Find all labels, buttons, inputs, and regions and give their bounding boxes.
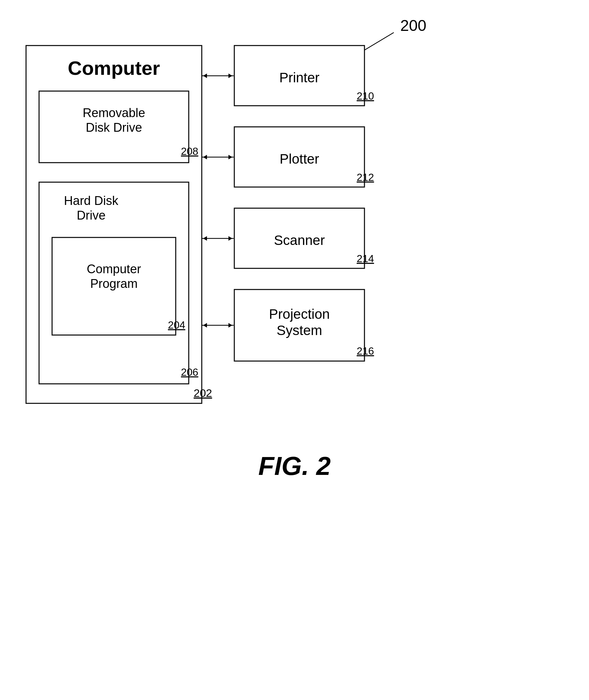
diagram-200: 200 Computer 202 Removable Disk Drive 20… [0,0,589,700]
